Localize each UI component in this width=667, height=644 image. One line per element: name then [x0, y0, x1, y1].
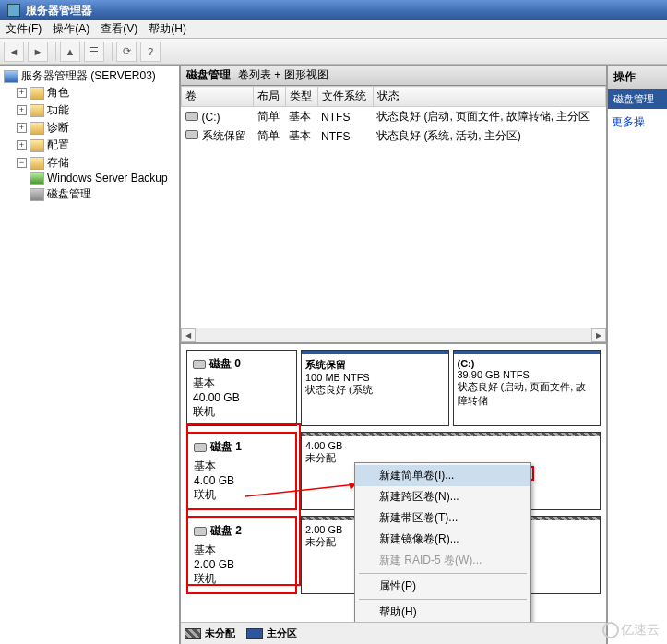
actions-pane: 操作 磁盘管理 更多操: [608, 66, 667, 644]
window-title-bar: 服务器管理器: [0, 0, 667, 20]
table-row[interactable]: 系统保留简单基本NTFS状态良好 (系统, 活动, 主分区): [182, 126, 606, 146]
tree-storage[interactable]: −存储: [17, 155, 177, 171]
folder-icon: [30, 139, 44, 152]
tool-bar: ◄ ► ▲ ☰ ⟳ ?: [0, 39, 667, 65]
nav-forward-button[interactable]: ►: [28, 42, 48, 62]
backup-icon: [30, 172, 44, 185]
server-icon: [4, 70, 18, 83]
legend-unallocated-label: 未分配: [205, 626, 235, 640]
watermark-icon: [602, 622, 619, 638]
folder-icon: [30, 122, 44, 135]
expand-icon[interactable]: +: [17, 123, 27, 133]
actions-more-link[interactable]: 更多操: [608, 109, 667, 136]
center-subtitle: 卷列表 + 图形视图: [238, 67, 328, 83]
col-fs[interactable]: 文件系统: [317, 87, 373, 107]
menu-bar: 文件(F) 操作(A) 查看(V) 帮助(H): [0, 20, 667, 39]
legend-unallocated-swatch: [185, 628, 201, 639]
menu-properties[interactable]: 属性(P): [355, 576, 530, 597]
disk-info[interactable]: 磁盘 1基本4.00 GB联机: [186, 432, 297, 510]
navigation-pane: 服务器管理器 (SERVER03) +角色 +功能 +诊断 +配置 −存储 Wi…: [0, 66, 181, 644]
partition[interactable]: 系统保留100 MB NTFS状态良好 (系统: [301, 350, 449, 426]
tree-root-label: 服务器管理器 (SERVER03): [21, 68, 156, 84]
scroll-track[interactable]: [196, 328, 591, 342]
properties-button[interactable]: ☰: [84, 42, 104, 62]
menu-separator: [359, 573, 527, 574]
menu-new-mirrored-volume[interactable]: 新建镜像卷(R)...: [355, 529, 530, 550]
disk-info[interactable]: 磁盘 2基本2.00 GB联机: [186, 516, 297, 594]
nav-back-button[interactable]: ◄: [4, 42, 24, 62]
disk-icon: [193, 360, 206, 369]
watermark-text: 亿速云: [621, 622, 660, 638]
menu-new-simple-volume[interactable]: 新建简单卷(I)...: [355, 465, 530, 486]
expand-icon[interactable]: +: [17, 88, 27, 98]
disk-graphical-pane: 磁盘 0基本40.00 GB联机系统保留100 MB NTFS状态良好 (系统(…: [181, 344, 606, 622]
col-layout[interactable]: 布局: [254, 87, 286, 107]
volume-list: 卷 布局 类型 文件系统 状态 (C:)简单基本NTFS状态良好 (启动, 页面…: [181, 86, 606, 344]
disk-icon: [194, 527, 207, 536]
context-menu: 新建简单卷(I)... 新建跨区卷(N)... 新建带区卷(T)... 新建镜像…: [354, 462, 531, 622]
window-title: 服务器管理器: [26, 3, 92, 18]
horizontal-scrollbar[interactable]: ◀ ▶: [181, 328, 606, 342]
legend-primary-label: 主分区: [267, 626, 297, 640]
collapse-icon[interactable]: −: [17, 158, 27, 168]
folder-icon: [30, 87, 44, 100]
disk-row: 磁盘 0基本40.00 GB联机系统保留100 MB NTFS状态良好 (系统(…: [186, 350, 601, 426]
menu-file[interactable]: 文件(F): [6, 21, 42, 37]
menu-separator: [359, 599, 527, 600]
legend-primary-swatch: [246, 628, 263, 639]
tree-roles[interactable]: +角色: [17, 85, 177, 101]
toolbar-separator: [55, 42, 56, 61]
folder-icon: [30, 157, 44, 170]
menu-view[interactable]: 查看(V): [101, 21, 137, 37]
expand-icon[interactable]: +: [17, 105, 27, 115]
col-type[interactable]: 类型: [285, 87, 317, 107]
menu-new-striped-volume[interactable]: 新建带区卷(T)...: [355, 507, 530, 529]
actions-subheader: 磁盘管理: [608, 89, 667, 109]
tree-features[interactable]: +功能: [17, 102, 177, 118]
menu-action[interactable]: 操作(A): [53, 21, 89, 37]
col-status[interactable]: 状态: [373, 87, 605, 107]
up-button[interactable]: ▲: [60, 42, 80, 62]
tree-diagnostics[interactable]: +诊断: [17, 120, 177, 136]
tree-diskmgmt[interactable]: 磁盘管理: [30, 186, 177, 202]
disk-icon: [194, 443, 207, 452]
scroll-left-icon[interactable]: ◀: [181, 328, 196, 342]
menu-help[interactable]: 帮助(H): [355, 602, 530, 622]
scroll-right-icon[interactable]: ▶: [591, 328, 606, 342]
menu-help[interactable]: 帮助(H): [149, 21, 186, 37]
help-button[interactable]: ?: [140, 42, 161, 62]
menu-new-spanned-volume[interactable]: 新建跨区卷(N)...: [355, 486, 530, 507]
menu-new-raid5-volume: 新建 RAID-5 卷(W)...: [355, 550, 530, 571]
center-header: 磁盘管理 卷列表 + 图形视图: [181, 66, 606, 86]
tree-root[interactable]: 服务器管理器 (SERVER03): [4, 68, 177, 84]
refresh-button[interactable]: ⟳: [116, 42, 137, 62]
center-pane: 磁盘管理 卷列表 + 图形视图 卷 布局 类型 文件系统 状态 (C:)简单基本…: [181, 66, 608, 644]
legend-bar: 未分配 主分区: [181, 622, 606, 644]
expand-icon[interactable]: +: [17, 140, 27, 150]
volume-icon: [185, 112, 198, 121]
tree-wsb[interactable]: Windows Server Backup: [30, 172, 177, 185]
actions-header: 操作: [608, 66, 667, 89]
toolbar-separator: [112, 42, 113, 61]
folder-icon: [30, 104, 44, 117]
col-volume[interactable]: 卷: [182, 87, 254, 107]
app-icon: [7, 4, 20, 17]
table-row[interactable]: (C:)简单基本NTFS状态良好 (启动, 页面文件, 故障转储, 主分区: [182, 107, 606, 127]
watermark: 亿速云: [602, 622, 660, 638]
tree-config[interactable]: +配置: [17, 137, 177, 153]
volume-icon: [185, 130, 198, 139]
disk-info[interactable]: 磁盘 0基本40.00 GB联机: [186, 350, 297, 426]
diskmgmt-icon: [30, 188, 44, 201]
partition[interactable]: (C:)39.90 GB NTFS状态良好 (启动, 页面文件, 故障转储: [453, 350, 601, 426]
center-title: 磁盘管理: [186, 67, 231, 83]
